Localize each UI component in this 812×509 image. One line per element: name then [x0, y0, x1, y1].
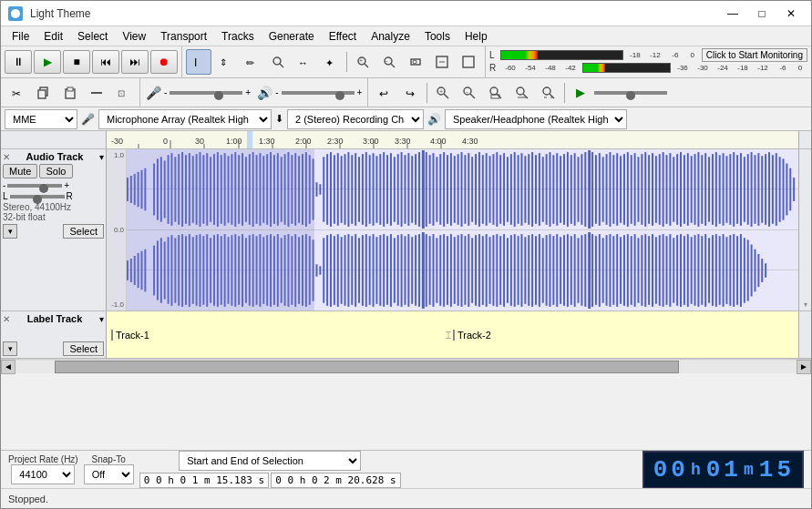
- svg-rect-222: [676, 154, 678, 225]
- silence-button[interactable]: [84, 80, 109, 106]
- mic-volume-slider[interactable]: [170, 91, 242, 95]
- menu-view[interactable]: View: [115, 26, 153, 46]
- zoom-in-button[interactable]: +: [350, 49, 375, 75]
- pan-slider[interactable]: [10, 195, 65, 198]
- svg-rect-219: [666, 155, 668, 224]
- svg-rect-379: [560, 237, 561, 304]
- sel-start[interactable]: 0 0 h 0 1 m 15.183 s: [139, 473, 269, 488]
- zoom-fit2-button[interactable]: [509, 80, 535, 106]
- menu-generate[interactable]: Generate: [262, 26, 322, 46]
- redo-button[interactable]: ↪: [398, 80, 424, 106]
- minimize-button[interactable]: —: [720, 5, 745, 23]
- svg-rect-199: [595, 155, 597, 224]
- zoom-fit-button[interactable]: [429, 49, 455, 75]
- audio-track-resize-handle[interactable]: ▾: [798, 149, 811, 310]
- label-1[interactable]: Track-1: [111, 330, 149, 341]
- multi-tool-button[interactable]: ✦: [318, 49, 344, 75]
- envelope-tool-button[interactable]: ⇕: [212, 49, 238, 75]
- svg-rect-225: [687, 153, 689, 226]
- audio-track-close[interactable]: ✕: [3, 152, 10, 162]
- paste-button[interactable]: [57, 80, 83, 106]
- waveform-channel-top[interactable]: [127, 149, 798, 230]
- big-time-h-label: h: [691, 461, 703, 479]
- audio-track-menu[interactable]: ▾: [99, 152, 104, 162]
- zoom-out2-button[interactable]: -: [457, 80, 482, 106]
- svg-rect-316: [337, 234, 339, 307]
- svg-rect-417: [694, 235, 696, 306]
- waveform-channel-bottom[interactable]: [127, 230, 798, 310]
- sel-end[interactable]: 0 0 h 0 2 m 20.628 s: [271, 473, 400, 488]
- snap-to-section: Snap-To Off: [84, 454, 134, 484]
- svg-rect-21: [38, 90, 46, 98]
- zoom-in2-button[interactable]: +: [430, 80, 456, 106]
- select-tool-button[interactable]: I: [186, 49, 211, 75]
- snap-to-select[interactable]: Off: [84, 464, 134, 484]
- channel-select[interactable]: 2 (Stereo) Recording Cha...: [287, 109, 424, 129]
- project-rate-select[interactable]: 44100: [11, 464, 75, 484]
- play-at-speed-button[interactable]: ▶: [568, 80, 593, 106]
- spk-volume-slider[interactable]: [282, 91, 355, 95]
- audio-track-select-button[interactable]: Select: [63, 224, 104, 239]
- undo-button[interactable]: ↩: [372, 80, 397, 106]
- pause-button[interactable]: ⏸: [5, 50, 32, 74]
- stop-button[interactable]: ■: [63, 50, 90, 74]
- svg-rect-295: [262, 237, 264, 304]
- audio-track-collapse[interactable]: ▾: [3, 224, 17, 239]
- label-track-menu[interactable]: ▾: [99, 314, 104, 324]
- monitor-button[interactable]: Click to Start Monitoring: [702, 48, 807, 62]
- zoom-out-button[interactable]: -: [376, 49, 402, 75]
- gain-slider[interactable]: [7, 184, 62, 187]
- playback-speed-slider[interactable]: [594, 91, 667, 95]
- label-track-content[interactable]: Track-1 ⌶ Track-2: [107, 311, 798, 358]
- menu-tracks[interactable]: Tracks: [214, 26, 262, 46]
- menu-transport[interactable]: Transport: [153, 26, 214, 46]
- menu-select[interactable]: Select: [70, 26, 115, 46]
- mic-device-select[interactable]: Microphone Array (Realtek High: [98, 109, 272, 129]
- cut-button[interactable]: ✂: [5, 80, 30, 106]
- svg-rect-95: [228, 156, 230, 223]
- label-track-close[interactable]: ✕: [3, 314, 10, 324]
- scroll-thumb[interactable]: [55, 361, 680, 373]
- label-2[interactable]: ⌶ Track-2: [446, 330, 491, 341]
- copy-button[interactable]: [31, 80, 57, 106]
- menu-effect[interactable]: Effect: [322, 26, 364, 46]
- zoom-sel-button[interactable]: [403, 49, 428, 75]
- audio-api-select[interactable]: MME: [5, 109, 77, 129]
- label-track-resize-handle[interactable]: [798, 311, 811, 358]
- svg-rect-227: [694, 154, 696, 225]
- scroll-left-button[interactable]: ◄: [1, 360, 15, 374]
- selection-mode-select[interactable]: Start and End of Selection: [179, 451, 361, 471]
- svg-rect-178: [521, 153, 523, 226]
- scroll-right-button[interactable]: ►: [797, 360, 811, 374]
- maximize-button[interactable]: □: [749, 5, 775, 23]
- menu-file[interactable]: File: [5, 26, 36, 46]
- close-button[interactable]: ✕: [778, 5, 804, 23]
- menu-edit[interactable]: Edit: [36, 26, 70, 46]
- timeshift-tool-button[interactable]: ↔: [292, 49, 317, 75]
- svg-rect-217: [659, 154, 661, 225]
- zoom-full-button[interactable]: [456, 49, 481, 75]
- speaker-device-select[interactable]: Speaker/Headphone (Realtek High: [445, 109, 627, 129]
- waveform-channels: [127, 149, 798, 310]
- menu-help[interactable]: Help: [457, 26, 495, 46]
- menu-tools[interactable]: Tools: [417, 26, 457, 46]
- zoom-sel2-button[interactable]: [483, 80, 509, 106]
- mute-button[interactable]: Mute: [3, 164, 37, 178]
- record-button[interactable]: ⏺: [150, 50, 178, 74]
- skip-fwd-button[interactable]: ⏭: [121, 50, 149, 74]
- svg-rect-324: [365, 234, 367, 307]
- label-track-select-button[interactable]: Select: [63, 341, 104, 356]
- play-button[interactable]: ▶: [34, 50, 61, 74]
- svg-rect-228: [697, 152, 699, 227]
- menu-analyze[interactable]: Analyze: [364, 26, 417, 46]
- trim-button[interactable]: ⊡: [110, 80, 136, 106]
- solo-button[interactable]: Solo: [39, 164, 72, 178]
- svg-rect-204: [612, 155, 614, 224]
- svg-rect-82: [181, 152, 183, 227]
- svg-rect-385: [581, 235, 582, 306]
- draw-tool-button[interactable]: ✏: [239, 49, 264, 75]
- label-track-collapse[interactable]: ▾: [3, 341, 17, 356]
- zoom-tool-button[interactable]: [265, 49, 291, 75]
- zoom-full2-button[interactable]: [536, 80, 561, 106]
- skip-back-button[interactable]: ⏮: [92, 50, 119, 74]
